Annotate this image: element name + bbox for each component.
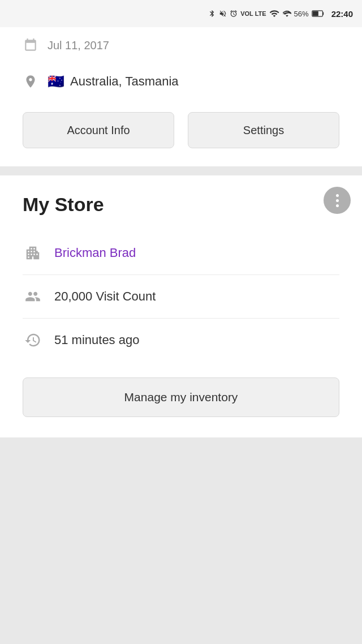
date-row: Jul 11, 2017 — [23, 27, 339, 63]
battery-icon — [312, 10, 324, 18]
svg-rect-1 — [322, 12, 324, 15]
date-text: Jul 11, 2017 — [48, 39, 109, 52]
bluetooth-icon — [208, 8, 216, 19]
dot1 — [336, 194, 339, 197]
last-seen-text: 51 minutes ago — [54, 333, 139, 347]
account-info-button[interactable]: Account Info — [23, 112, 174, 148]
building-icon — [23, 243, 43, 263]
svg-rect-2 — [312, 11, 318, 16]
signal-icon — [282, 8, 291, 19]
mute-icon — [219, 8, 227, 19]
dot2 — [336, 199, 339, 202]
store-card: My Store Brickman Brad 20,000 Visit Coun… — [0, 175, 362, 437]
location-text: Australia, Tasmania — [70, 74, 179, 89]
settings-button[interactable]: Settings — [188, 112, 339, 148]
visitors-icon — [23, 286, 43, 307]
card-gap — [0, 166, 362, 175]
dot3 — [336, 204, 339, 207]
store-name-row: Brickman Brad — [23, 231, 339, 275]
profile-buttons-row: Account Info Settings — [23, 108, 339, 148]
status-icons: VOL LTE 56% 22:40 — [208, 8, 353, 19]
alarm-icon — [230, 8, 238, 19]
status-bar: VOL LTE 56% 22:40 — [0, 0, 362, 27]
flag-emoji: 🇦🇺 — [48, 74, 64, 89]
store-section-title: My Store — [23, 194, 339, 216]
more-options-button[interactable] — [324, 187, 351, 214]
battery-text: 56% — [294, 10, 309, 18]
clock-icon — [23, 330, 43, 350]
visit-count-text: 20,000 Visit Count — [54, 289, 156, 304]
last-seen-row: 51 minutes ago — [23, 319, 339, 362]
location-row: 🇦🇺 Australia, Tasmania — [23, 63, 339, 108]
calendar-icon — [23, 37, 38, 53]
visit-count-row: 20,000 Visit Count — [23, 275, 339, 319]
store-name-text[interactable]: Brickman Brad — [54, 246, 136, 260]
wifi-icon — [269, 8, 279, 19]
top-card: Jul 11, 2017 🇦🇺 Australia, Tasmania Acco… — [0, 27, 362, 166]
lte-icon: VOL LTE — [240, 10, 266, 17]
time-display: 22:40 — [331, 9, 353, 19]
manage-inventory-button[interactable]: Manage my inventory — [23, 377, 339, 417]
bottom-area — [0, 437, 362, 551]
location-icon — [23, 74, 38, 89]
